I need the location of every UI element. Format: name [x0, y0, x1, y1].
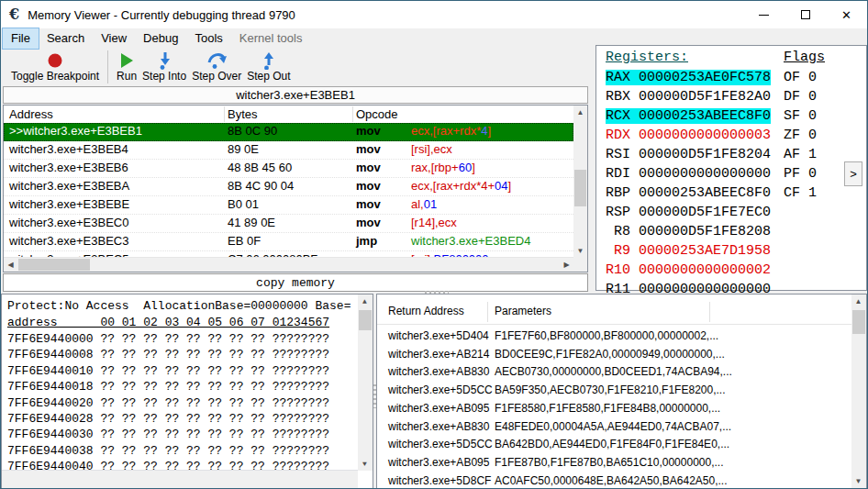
flags-title: Flags	[784, 50, 825, 65]
maximize-button[interactable]	[785, 1, 826, 28]
menu-kernel-tools[interactable]: Kernel tools	[231, 28, 311, 49]
run-button[interactable]: Run	[117, 49, 137, 83]
scrollbar-thumb[interactable]	[574, 170, 586, 206]
hex-row[interactable]: 7FF6E9440038 ?? ?? ?? ?? ?? ?? ?? ?? ???…	[7, 444, 329, 460]
register-row[interactable]: RBX 000000D5F1FE82A0	[606, 89, 771, 108]
column-header-return-address[interactable]: Return Address	[388, 305, 464, 317]
close-icon: ✕	[841, 9, 851, 21]
step-over-button[interactable]: Step Over	[192, 49, 241, 83]
hex-row[interactable]: 7FF6E9440028 ?? ?? ?? ?? ?? ?? ?? ?? ???…	[7, 412, 329, 428]
column-divider[interactable]	[352, 106, 353, 122]
hex-row[interactable]: 7FF6E9440020 ?? ?? ?? ?? ?? ?? ?? ?? ???…	[7, 396, 329, 412]
scrollbar-thumb[interactable]	[852, 310, 865, 334]
scrollbar-thumb[interactable]	[18, 259, 90, 271]
maximize-icon	[801, 10, 810, 19]
stack-row[interactable]: witcher3.exe+AB095F1FE8580,F1FE8580,F1FE…	[377, 400, 851, 418]
register-row[interactable]: R10 0000000000000002	[606, 262, 771, 282]
stack-row[interactable]: witcher3.exe+AB214BD0CEE9C,F1FE82A0,0000…	[377, 346, 851, 364]
flag-row[interactable]: ZF 0	[784, 128, 817, 147]
title-bar: € Memory Viewer - Currently debugging th…	[1, 1, 867, 28]
register-row[interactable]: RAX 00000253AE0FC578	[606, 70, 771, 89]
register-row[interactable]: RSI 000000D5F1FE8204	[606, 147, 771, 166]
minimize-icon	[759, 15, 769, 16]
column-divider[interactable]	[709, 302, 710, 322]
disasm-hscrollbar[interactable]: ◀ ▶	[4, 257, 573, 272]
scroll-up-icon[interactable]: ▲	[358, 295, 372, 308]
column-header-address[interactable]: Address	[9, 107, 53, 121]
menu-view[interactable]: View	[93, 28, 135, 49]
flag-row[interactable]: PF 0	[784, 166, 817, 185]
copy-memory-button[interactable]: copy memory	[3, 273, 588, 292]
menu-debug[interactable]: Debug	[135, 28, 186, 49]
scroll-down-icon[interactable]: ▼	[851, 474, 865, 488]
hex-row[interactable]: 7FF6E9440010 ?? ?? ?? ?? ?? ?? ?? ?? ???…	[7, 364, 329, 380]
step-out-button[interactable]: Step Out	[247, 49, 290, 83]
scroll-up-icon[interactable]: ▲	[851, 295, 865, 308]
stack-row[interactable]: witcher3.exe+AB095F1FE87B0,F1FE87B0,BA65…	[377, 454, 851, 472]
disasm-row[interactable]: >>witcher3.exe+E3BEB18B 0C 90movecx,[rax…	[4, 123, 573, 141]
register-row[interactable]: RBP 00000253ABEEC8F0	[606, 185, 771, 205]
disasm-address-header[interactable]: witcher3.exe+E3BEB1	[3, 86, 588, 104]
register-row[interactable]: RDX 0000000000000003	[606, 128, 771, 147]
menu-file[interactable]: File	[3, 28, 39, 49]
hex-row[interactable]: 7FF6E9440030 ?? ?? ?? ?? ?? ?? ?? ?? ???…	[7, 428, 329, 443]
column-header-parameters[interactable]: Parameters	[495, 305, 551, 317]
disasm-column-headers: Address Bytes Opcode	[4, 106, 573, 124]
flag-row[interactable]: CF 1	[784, 185, 817, 205]
disasm-row[interactable]: witcher3.exe+E3BEC3EB 0Fjmpwitcher3.exe+…	[4, 233, 573, 251]
minimize-button[interactable]	[743, 1, 785, 28]
disasm-row[interactable]: witcher3.exe+E3BEB489 0Emov[rsi],ecx	[4, 141, 573, 160]
flag-row[interactable]: OF 0	[784, 70, 817, 89]
hex-row[interactable]: 7FF6E9440008 ?? ?? ?? ?? ?? ?? ?? ?? ???…	[7, 348, 329, 363]
disasm-row[interactable]: witcher3.exe+E3BEBA8B 4C 90 04movecx,[ra…	[4, 178, 573, 196]
cheat-engine-gear-icon: €	[9, 7, 19, 22]
menu-search[interactable]: Search	[39, 28, 93, 49]
step-into-button[interactable]: Step Into	[142, 49, 186, 83]
stack-row[interactable]: witcher3.exe+5D8CFAC0AFC50,0000648E,BA64…	[377, 472, 851, 489]
disasm-rows: >>witcher3.exe+E3BEB18B 0C 90movecx,[rax…	[4, 123, 573, 258]
disasm-row[interactable]: witcher3.exe+E3BEBEB0 01moval,01	[4, 196, 573, 215]
hex-vscrollbar[interactable]: ▲ ▼	[358, 295, 373, 471]
horizontal-splitter-handle[interactable]	[425, 291, 449, 294]
hex-row[interactable]: 7FF6E9440018 ?? ?? ?? ?? ?? ?? ?? ?? ???…	[7, 380, 329, 395]
stack-row[interactable]: witcher3.exe+5D5CCBA642BD0,AE944ED0,F1FE…	[377, 436, 851, 454]
vertical-splitter-handle[interactable]	[373, 384, 376, 408]
menu-tools[interactable]: Tools	[186, 28, 230, 49]
registers-panel: Registers: Flags RAX 00000253AE0FC578RBX…	[595, 45, 867, 291]
close-button[interactable]: ✕	[826, 1, 867, 28]
disasm-vscrollbar[interactable]: ▲ ▼	[573, 106, 587, 258]
scroll-down-icon[interactable]: ▼	[573, 244, 587, 258]
toggle-breakpoint-button[interactable]: Toggle Breakpoint	[11, 49, 99, 83]
scroll-down-icon[interactable]: ▼	[358, 457, 372, 471]
hex-row[interactable]: 7FF6E9440000 ?? ?? ?? ?? ?? ?? ?? ?? ???…	[7, 332, 329, 348]
expand-registers-button[interactable]: >	[844, 161, 862, 186]
column-header-opcode[interactable]: Opcode	[356, 107, 398, 121]
disassembly-panel: Address Bytes Opcode >>witcher3.exe+E3BE…	[3, 105, 588, 272]
flag-row[interactable]: AF 1	[784, 147, 817, 166]
stack-row[interactable]: witcher3.exe+AB830AECB0730,00000000,BD0C…	[377, 363, 851, 382]
column-divider[interactable]	[224, 106, 225, 122]
disasm-row[interactable]: witcher3.exe+E3BEB648 8B 45 60movrax,[rb…	[4, 160, 573, 178]
column-divider[interactable]	[487, 302, 488, 322]
scroll-up-icon[interactable]: ▲	[573, 106, 587, 119]
stack-row[interactable]: witcher3.exe+AB830E48FEDE0,00004A5A,AE94…	[377, 418, 851, 437]
stack-row[interactable]: witcher3.exe+5D5CCBA59F350,AECB0730,F1FE…	[377, 382, 851, 400]
scroll-left-icon[interactable]: ◀	[4, 258, 17, 272]
register-row[interactable]: R8 000000D5F1FE8208	[606, 224, 771, 243]
flag-row[interactable]: SF 0	[784, 108, 817, 128]
hex-hscrollbar[interactable]	[2, 470, 358, 488]
disasm-row[interactable]: witcher3.exe+E3BEC041 89 0Emov[r14],ecx	[4, 215, 573, 233]
column-header-bytes[interactable]: Bytes	[228, 107, 258, 121]
register-row[interactable]: R9 00000253AE7D1958	[606, 243, 771, 262]
scrollbar-thumb[interactable]	[359, 310, 372, 330]
register-row[interactable]: RDI 0000000000000000	[606, 166, 771, 185]
flag-row[interactable]: DF 0	[784, 89, 817, 108]
stack-vscrollbar[interactable]: ▲ ▼	[851, 295, 866, 488]
toolbar: Toggle Breakpoint Run Step Into	[1, 49, 603, 86]
stack-view-panel: Return Address Parameters witcher3.exe+5…	[376, 294, 867, 489]
register-row[interactable]: RCX 00000253ABEEC8F0	[606, 108, 771, 128]
scrollbar-corner	[573, 258, 587, 272]
scroll-right-icon[interactable]: ▶	[560, 258, 573, 272]
register-row[interactable]: RSP 000000D5F1FE7EC0	[606, 205, 771, 224]
stack-row[interactable]: witcher3.exe+5D404F1FE7F60,BF800000,BF80…	[377, 328, 851, 346]
